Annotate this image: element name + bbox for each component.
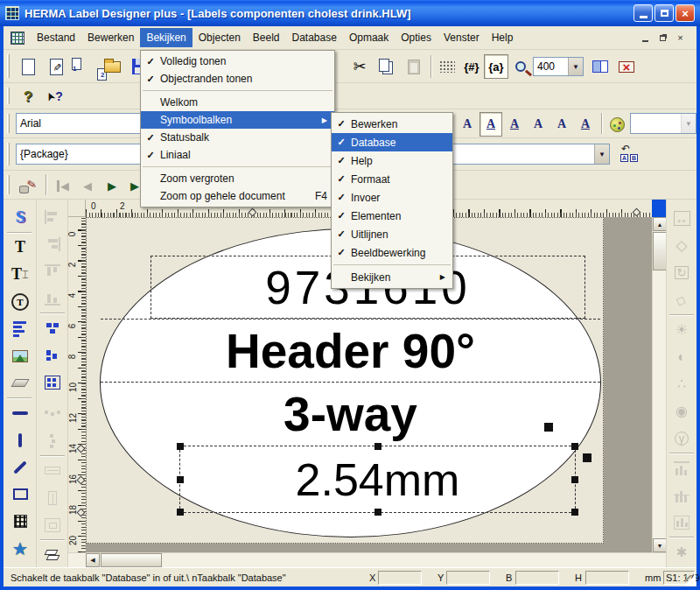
text-object-3way[interactable]: 3-way [101, 383, 600, 446]
menu-item-zoom-vergroten[interactable]: Zoom vergroten [141, 170, 334, 187]
datamatrix-tool-button[interactable] [8, 509, 32, 533]
zoom-level-drop-button[interactable]: ▼ [568, 58, 583, 75]
selection-handle[interactable] [571, 443, 578, 450]
menu-item-objectranden-tonen[interactable]: ✓ Objectranden tonen [141, 70, 334, 88]
scroll-up-button[interactable]: ▲ [653, 217, 667, 231]
resize-horizontal-button[interactable]: ↔ [669, 207, 694, 230]
text-align-justify-button[interactable]: A [480, 112, 502, 137]
help-button[interactable]: ? [16, 84, 40, 109]
zoom-level-combo[interactable]: 400 ▼ [533, 57, 584, 76]
rotate-diamond-button[interactable]: ◇ [669, 288, 694, 312]
selection-handle[interactable] [571, 476, 578, 483]
menu-item-welkom[interactable]: Welkom [141, 94, 334, 111]
paste-button[interactable] [402, 54, 426, 79]
split-window-button[interactable] [588, 54, 612, 79]
sphere-button[interactable]: ◉ [669, 399, 694, 423]
style-drop-button[interactable]: ▼ [681, 114, 696, 133]
submenu-item-uitlijnen[interactable]: ✓ Uitlijnen [332, 225, 452, 243]
distribute-vertical-button[interactable] [40, 429, 65, 453]
toolbar-drag-handle[interactable] [7, 143, 10, 165]
submenu-item-beeldbewerking[interactable]: ✓ Beeldbewerking [332, 243, 452, 262]
menu-bewerken[interactable]: Bewerken [81, 28, 140, 47]
color-palette-button[interactable] [606, 112, 628, 137]
style-combo[interactable]: ▼ [630, 113, 696, 134]
same-width-button[interactable] [40, 459, 65, 482]
mdi-restore-button[interactable] [655, 32, 670, 45]
text-align-up-button[interactable]: A [550, 112, 573, 137]
scroll-left-button[interactable]: ◀ [86, 553, 100, 567]
selection-handle[interactable] [177, 509, 184, 516]
image-tool-button[interactable] [8, 344, 32, 368]
menu-opties[interactable]: Opties [395, 28, 438, 47]
same-size-button[interactable] [40, 513, 65, 537]
center-vertical-button[interactable] [40, 343, 65, 367]
histogram-2-button[interactable] [669, 483, 694, 507]
text-object-header[interactable]: Header 90° [101, 319, 600, 383]
new-document-button[interactable] [16, 54, 40, 79]
distribute-horizontal-button[interactable] [40, 402, 65, 425]
toolbar-drag-handle[interactable] [7, 114, 10, 133]
database-field-drop-button[interactable]: ▼ [594, 144, 609, 164]
align-top-button[interactable] [40, 259, 65, 283]
scroll-down-button[interactable]: ▼ [653, 538, 667, 552]
vline-tool-button[interactable] [8, 428, 32, 452]
previous-record-button[interactable]: ◀ [75, 173, 100, 198]
submenu-item-formaat[interactable]: ✓ Formaat [332, 170, 452, 188]
align-bottom-button[interactable] [40, 286, 65, 310]
submenu-item-database[interactable]: ✓ Database [332, 133, 452, 151]
mail-button[interactable] [614, 54, 639, 79]
bring-forward-button[interactable] [40, 543, 65, 566]
submenu-item-bewerken[interactable]: ✓ Bewerken [332, 115, 452, 133]
text-align-span-button[interactable]: A [574, 112, 597, 137]
submenu-item-bekijken[interactable]: Bekijken ▶ [332, 268, 452, 286]
menu-objecten[interactable]: Objecten [192, 28, 247, 47]
color-dots-button[interactable]: ∴ [669, 372, 694, 396]
close-button[interactable]: × [676, 4, 695, 22]
star-tool-button[interactable]: ★ [8, 537, 32, 560]
menu-bekijken[interactable]: Bekijken [140, 28, 192, 47]
copy-button[interactable] [374, 54, 398, 79]
menu-item-symboolbalken[interactable]: Symboolbalken ▶ [141, 111, 334, 129]
horizontal-scrollbar[interactable]: ◀ [68, 552, 666, 567]
edit-document-button[interactable]: ✎ [44, 54, 68, 79]
rectangle-tool-button[interactable] [8, 482, 32, 506]
database-edit-button[interactable]: ✎ [16, 173, 40, 198]
contrast-button[interactable]: ◐ [669, 345, 694, 369]
selection-handle[interactable] [374, 509, 382, 516]
menu-database[interactable]: Database [286, 28, 343, 47]
menu-item-statusbalk[interactable]: ✓ Statusbalk [141, 129, 334, 146]
menu-venster[interactable]: Venster [438, 28, 486, 47]
text-object-254mm-selected[interactable]: 2.54mm [179, 446, 576, 513]
zoom-button[interactable] [508, 54, 533, 79]
selection-handle[interactable] [177, 476, 184, 483]
center-horizontal-button[interactable] [40, 316, 65, 340]
open-button[interactable] [100, 54, 124, 79]
toolbar-drag-handle[interactable] [7, 88, 10, 104]
grid-button[interactable] [435, 54, 459, 79]
histogram-1-button[interactable] [669, 456, 694, 480]
cut-button[interactable]: ✂ [347, 54, 372, 79]
text-cursor-tool-button[interactable]: T⌶ [8, 263, 32, 286]
histogram-3-button[interactable] [669, 510, 694, 534]
menu-item-volledig-tonen[interactable]: ✓ Volledig tonen [141, 53, 334, 70]
selection-handle[interactable] [571, 509, 578, 516]
effect-button[interactable]: ✱ [669, 540, 694, 564]
selection-handle[interactable] [177, 443, 184, 450]
first-record-button[interactable]: ◀ [51, 173, 75, 198]
field-number-button[interactable]: {#} [459, 54, 484, 79]
toolbar-drag-handle[interactable] [7, 175, 10, 194]
pages-1-2-button[interactable]: 1 2 [72, 54, 96, 79]
rotate-rect-button[interactable]: ↻ [669, 261, 694, 284]
vertical-scroll-thumb[interactable] [653, 232, 667, 270]
mdi-minimize-button[interactable] [638, 32, 653, 45]
restore-button[interactable] [654, 4, 674, 22]
center-both-button[interactable] [40, 370, 65, 394]
submenu-item-elementen[interactable]: ✓ Elementen [332, 207, 452, 225]
text-align-down-button[interactable]: A [503, 112, 526, 137]
paragraph-tool-button[interactable] [8, 317, 32, 341]
gamma-button[interactable]: γ [669, 426, 694, 450]
next-record-button[interactable]: ▶ [100, 173, 124, 198]
text-align-plain-button[interactable]: A [456, 112, 479, 137]
mdi-close-button[interactable]: × [673, 32, 688, 45]
menu-item-liniaal[interactable]: ✓ Liniaal [141, 146, 334, 164]
